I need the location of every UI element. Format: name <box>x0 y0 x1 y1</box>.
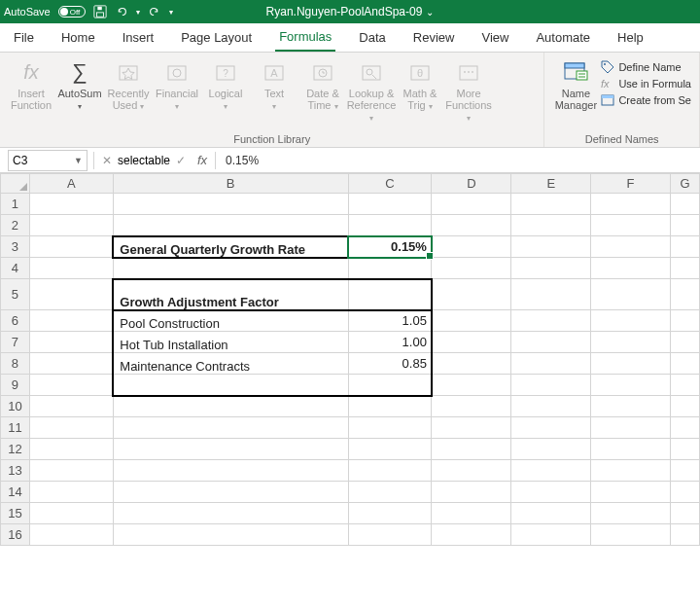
svg-text:?: ? <box>223 68 228 79</box>
tab-page-layout[interactable]: Page Layout <box>177 24 256 51</box>
qat-dropdown-icon[interactable]: ▾ <box>169 8 173 17</box>
svg-rect-12 <box>363 66 380 80</box>
svg-rect-20 <box>577 71 587 80</box>
math-trig-button[interactable]: θ Math & Trig ▾ <box>397 56 443 114</box>
title-chevron-icon[interactable]: ⌄ <box>426 7 434 18</box>
col-header-a[interactable]: A <box>29 174 113 194</box>
name-manager-button[interactable]: Name Manager <box>552 56 599 113</box>
cell-b8[interactable]: Maintenance Contracts <box>113 353 348 375</box>
redo-icon[interactable] <box>148 5 161 18</box>
row-header-11[interactable]: 11 <box>1 417 30 439</box>
tab-automate[interactable]: Automate <box>532 24 594 51</box>
define-name-button[interactable]: Define Name <box>601 60 691 74</box>
tab-file[interactable]: File <box>10 24 38 51</box>
tab-help[interactable]: Help <box>613 24 648 51</box>
formula-bar: C3 ▼ ✕ selectable ✓ fx 0.15% <box>0 148 700 173</box>
svg-point-13 <box>367 69 372 75</box>
cell-b9[interactable] <box>113 375 348 396</box>
name-manager-icon <box>562 58 589 86</box>
tag-icon <box>601 60 614 74</box>
group-function-library: Function Library <box>8 131 536 145</box>
cell-c7[interactable]: 1.00 <box>348 332 432 353</box>
tab-review[interactable]: Review <box>409 24 459 51</box>
logical-button[interactable]: ? Logical▾ <box>202 56 249 114</box>
cell-c6[interactable]: 1.05 <box>348 310 432 332</box>
cell-c3[interactable]: 0.15% <box>348 236 432 258</box>
row-header-1[interactable]: 1 <box>1 194 30 215</box>
svg-rect-4 <box>168 66 186 80</box>
chevron-down-icon: ▾ <box>78 102 82 111</box>
svg-rect-2 <box>97 7 101 11</box>
text-icon: A <box>261 58 288 86</box>
cell-c5[interactable] <box>348 279 432 310</box>
cell-b5[interactable]: Growth Adjustment Factor <box>113 279 348 310</box>
name-box[interactable]: C3 ▼ <box>8 150 88 171</box>
cell-c9[interactable] <box>348 375 432 396</box>
autosum-button[interactable]: ∑ AutoSum▾ <box>56 56 103 114</box>
row-header-16[interactable]: 16 <box>1 524 30 546</box>
tab-home[interactable]: Home <box>57 24 99 51</box>
more-functions-button[interactable]: ⋯ More Functions ▾ <box>445 56 492 126</box>
row-header-6[interactable]: 6 <box>1 310 30 332</box>
menu-tabs: File Home Insert Page Layout Formulas Da… <box>0 23 700 53</box>
formula-input[interactable]: 0.15% <box>218 154 700 167</box>
col-header-g[interactable]: G <box>671 174 700 194</box>
svg-text:⋯: ⋯ <box>463 65 474 79</box>
row-header-8[interactable]: 8 <box>1 353 30 375</box>
cell-b3[interactable]: General Quarterly Growth Rate <box>113 236 348 258</box>
check-icon: ✓ <box>176 154 186 167</box>
fx-button[interactable]: fx <box>192 150 213 171</box>
lookup-reference-button[interactable]: Lookup & Reference ▾ <box>348 56 395 126</box>
insert-function-button[interactable]: fx Insert Function <box>8 56 54 113</box>
svg-text:fx: fx <box>601 78 610 90</box>
svg-rect-19 <box>565 63 584 68</box>
namebox-dropdown-icon[interactable]: ▼ <box>74 156 83 165</box>
row-header-13[interactable]: 13 <box>1 460 30 482</box>
create-from-selection-button[interactable]: Create from Se <box>601 93 691 107</box>
use-in-formula-button[interactable]: fx Use in Formula <box>601 77 691 90</box>
group-defined-names: Defined Names <box>552 131 691 145</box>
row-header-3[interactable]: 3 <box>1 236 30 258</box>
row-header-9[interactable]: 9 <box>1 375 30 396</box>
cell-b7[interactable]: Hot Tub Installation <box>113 332 348 353</box>
col-header-c[interactable]: C <box>348 174 432 194</box>
autosave-label: AutoSave <box>4 6 51 18</box>
undo-icon[interactable] <box>115 5 128 18</box>
save-icon[interactable] <box>93 5 107 18</box>
financial-button[interactable]: Financial▾ <box>154 56 200 114</box>
sigma-icon: ∑ <box>66 58 93 86</box>
create-icon <box>601 93 614 107</box>
autosave-toggle[interactable]: Off <box>58 6 86 18</box>
tab-insert[interactable]: Insert <box>119 24 158 51</box>
fx-icon: fx <box>18 58 45 86</box>
row-header-14[interactable]: 14 <box>1 482 30 503</box>
svg-text:A: A <box>270 67 278 79</box>
row-header-15[interactable]: 15 <box>1 503 30 524</box>
cell-c8[interactable]: 0.85 <box>348 353 432 375</box>
text-button[interactable]: A Text▾ <box>251 56 298 114</box>
select-all-cell[interactable] <box>1 174 30 194</box>
row-header-7[interactable]: 7 <box>1 332 30 353</box>
cancel-formula-button[interactable]: ✕ <box>96 150 118 171</box>
row-header-12[interactable]: 12 <box>1 439 30 460</box>
svg-text:θ: θ <box>417 67 423 79</box>
tab-formulas[interactable]: Formulas <box>275 23 335 52</box>
col-header-b[interactable]: B <box>113 174 348 194</box>
row-header-2[interactable]: 2 <box>1 215 30 236</box>
col-header-e[interactable]: E <box>511 174 591 194</box>
row-header-4[interactable]: 4 <box>1 258 30 279</box>
col-header-d[interactable]: D <box>432 174 511 194</box>
undo-dropdown-icon[interactable]: ▾ <box>136 8 140 17</box>
col-header-f[interactable]: F <box>591 174 671 194</box>
svg-point-5 <box>173 69 181 77</box>
lookup-icon <box>358 58 385 86</box>
enter-formula-button[interactable]: ✓ <box>170 150 192 171</box>
cell-b6[interactable]: Pool Construction <box>113 310 348 332</box>
row-header-10[interactable]: 10 <box>1 396 30 417</box>
date-time-button[interactable]: Date & Time ▾ <box>299 56 346 114</box>
recently-used-button[interactable]: Recently Used ▾ <box>105 56 152 114</box>
spreadsheet-grid[interactable]: A B C D E F G 1 2 3 General Quarterly Gr… <box>0 173 700 546</box>
tab-view[interactable]: View <box>477 24 512 51</box>
tab-data[interactable]: Data <box>355 24 389 51</box>
row-header-5[interactable]: 5 <box>1 279 30 310</box>
